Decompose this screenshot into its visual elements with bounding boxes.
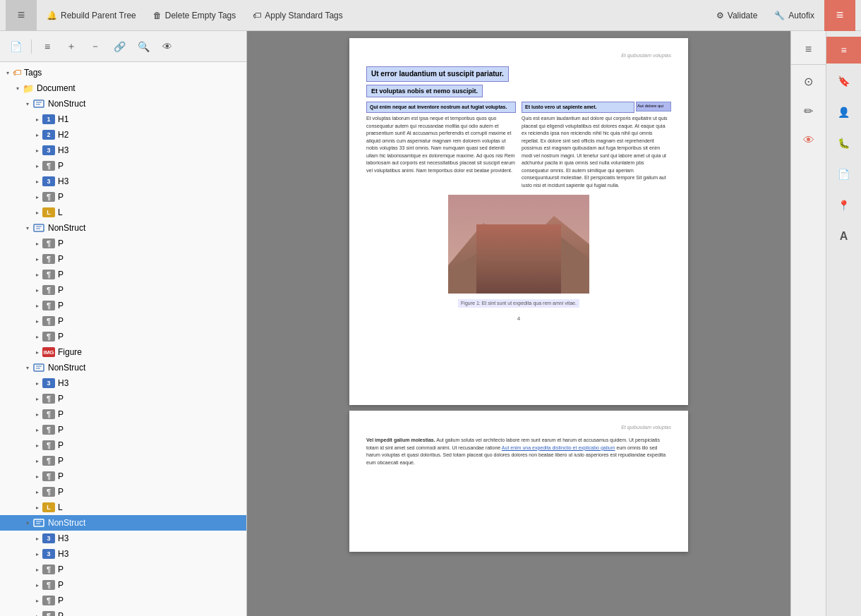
p9-toggle[interactable] [32,332,42,342]
tree-p-6[interactable]: ¶ P [0,282,246,298]
nonstruct1-toggle[interactable] [23,99,32,109]
left-menu-toggle[interactable]: ≡ [6,0,37,31]
p8-toggle[interactable] [32,316,42,326]
tree-p-13[interactable]: ¶ P [0,437,246,453]
document-button[interactable]: 📄 [831,161,857,188]
tree-h1[interactable]: 1 H1 [0,111,246,127]
tags-tree[interactable]: 🏷 Tags 📁 Document NonStruct 1 [0,62,246,616]
p1-badge: ¶ [42,161,55,171]
p7-toggle[interactable] [32,301,42,310]
h1-toggle[interactable] [32,114,42,124]
tree-p-3[interactable]: ¶ P [0,236,246,251]
pdf-h2: Et voluptas nobis et nemo suscipit. [366,85,483,98]
tree-l-1[interactable]: L L [0,205,246,220]
tree-p-16[interactable]: ¶ P [0,484,246,500]
bug-button[interactable]: 🐛 [831,130,857,157]
remove-button[interactable]: － [85,37,105,56]
eye-button[interactable]: 👁 [157,37,177,56]
tree-h3-2[interactable]: 3 H3 [0,174,246,189]
validate-button[interactable]: ⚙ Validate [709,7,764,24]
add-button[interactable]: ＋ [61,37,81,56]
document-toggle[interactable] [13,83,23,93]
collapse-all-button[interactable]: ≡ [37,37,57,56]
p6-toggle[interactable] [32,285,42,295]
tree-h3-1[interactable]: 3 H3 [0,143,246,158]
h3-3-toggle[interactable] [32,378,42,388]
font-button[interactable]: A [831,223,857,250]
apply-standard-tags-button[interactable]: 🏷 Apply Standard Tags [246,7,350,24]
tree-p-10[interactable]: ¶ P [0,391,246,406]
tree-p-17[interactable]: ¶ P [0,562,246,577]
new-page-button[interactable]: 📄 [6,37,25,56]
tree-figure-1[interactable]: IMG Figure [0,344,246,360]
nonstruct3-toggle[interactable] [23,363,32,373]
tree-p-1[interactable]: ¶ P [0,158,246,174]
p1-toggle[interactable] [32,161,42,171]
properties-toggle[interactable]: ≡ [799,40,819,59]
person-button[interactable]: 👤 [831,99,857,126]
h3-1-toggle[interactable] [32,145,42,155]
eye-right-button[interactable]: 👁 [795,127,822,154]
link-button[interactable]: 🔗 [109,37,129,56]
hamburger-top-button[interactable]: ≡ [826,37,862,64]
nonstruct2-toggle[interactable] [23,223,32,233]
p2-toggle[interactable] [32,192,42,202]
tree-p-15[interactable]: ¶ P [0,469,246,484]
tree-nonstruct-2[interactable]: NonStruct [0,220,246,236]
p4-toggle[interactable] [32,254,42,264]
tree-p-18[interactable]: ¶ P [0,577,246,593]
target-button[interactable]: ⊙ [795,68,822,95]
tree-h2[interactable]: 2 H2 [0,127,246,143]
pdf-viewport[interactable]: Et quibusdam voluptas Ut error laudantiu… [247,31,790,616]
tree-nonstruct-3[interactable]: NonStruct [0,360,246,375]
edit-button[interactable]: ✏ [795,97,822,124]
tree-p-19[interactable]: ¶ P [0,593,246,608]
tree-nonstruct-1[interactable]: NonStruct [0,96,246,111]
tree-p-12[interactable]: ¶ P [0,422,246,437]
tree-p-5[interactable]: ¶ P [0,267,246,282]
bookmark-button[interactable]: 🔖 [831,68,857,95]
tree-l-2[interactable]: L L [0,500,246,515]
rebuild-parent-tree-button[interactable]: 🔔 Rebuild Parent Tree [40,7,143,24]
right-col-heading: Et iusto vero ut sapiente amet. [522,102,634,113]
tree-p-20[interactable]: ¶ P [0,608,246,616]
tree-p-9[interactable]: ¶ P [0,329,246,344]
tree-p-4[interactable]: ¶ P [0,251,246,267]
pdf-page-1: Et quibusdam voluptas Ut error laudantiu… [349,38,688,405]
tree-h3-5[interactable]: 3 H3 [0,546,246,562]
tree-nonstruct-4[interactable]: NonStruct [0,515,246,531]
tree-p-2[interactable]: ¶ P [0,189,246,205]
autofix-button[interactable]: 🔧 Autofix [767,7,821,24]
tree-h3-4[interactable]: 3 H3 [0,531,246,546]
tree-h3-3[interactable]: 3 H3 [0,375,246,391]
tree-root-tags[interactable]: 🏷 Tags [0,65,246,80]
right-toolbar: ≡ [791,34,826,65]
tree-p-7[interactable]: ¶ P [0,298,246,313]
pin-button[interactable]: 📍 [831,192,857,219]
tree-p-8[interactable]: ¶ P [0,313,246,329]
h3-2-toggle[interactable] [32,176,42,186]
nonstruct2-label: NonStruct [48,223,85,233]
p3-toggle[interactable] [32,238,42,248]
wrench-icon: 🔧 [774,11,785,20]
l1-toggle[interactable] [32,207,42,217]
fig1-toggle[interactable] [32,347,42,357]
tree-document[interactable]: 📁 Document [0,80,246,96]
h2-toggle[interactable] [32,130,42,140]
nonstruct4-toggle[interactable] [23,518,32,528]
svg-point-26 [541,262,546,268]
root-toggle[interactable] [3,68,13,78]
document-label: Document [37,83,76,93]
sidebar-toolbar: 📄 ≡ ＋ － 🔗 🔍 👁 [0,31,246,62]
tag-icon: 🏷 [253,11,261,20]
page2-header: Et quibusdam voluptas [366,425,671,430]
p5-toggle[interactable] [32,270,42,279]
search-button[interactable]: 🔍 [133,37,153,56]
tree-p-11[interactable]: ¶ P [0,406,246,422]
nonstruct-icon-4 [32,518,45,528]
right-sidebar: ≡ ⊙ ✏ 👁 [790,31,826,616]
right-menu-toggle[interactable]: ≡ [824,0,855,31]
page2-link[interactable]: Aut enim una expedita distinctio et expl… [502,445,615,450]
tree-p-14[interactable]: ¶ P [0,453,246,469]
delete-empty-tags-button[interactable]: 🗑 Delete Empty Tags [146,7,243,24]
